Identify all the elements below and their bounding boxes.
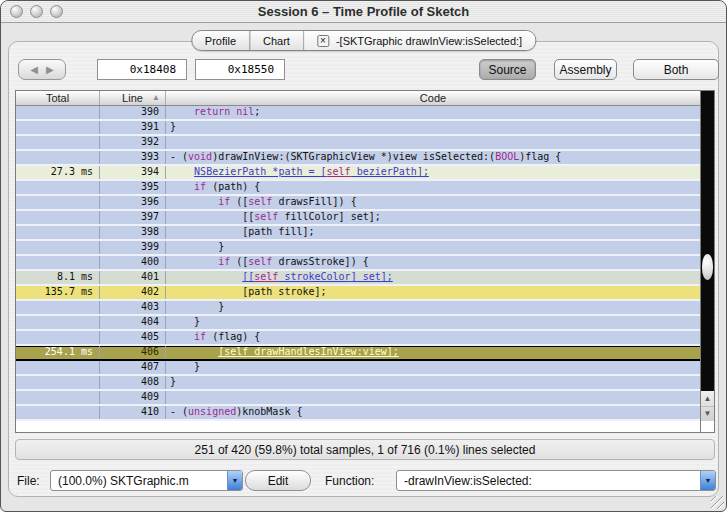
table-row[interactable]: 399 }	[16, 241, 700, 256]
status-text: 251 of 420 (59.8%) total samples, 1 of 7…	[195, 443, 536, 457]
forward-arrow-icon[interactable]: ▶	[46, 64, 54, 75]
column-header-line[interactable]: Line ▲	[100, 91, 166, 105]
table-row[interactable]: 393- (void)drawInView:(SKTGraphicView *)…	[16, 151, 700, 166]
function-popup-value: -drawInView:isSelected:	[397, 471, 700, 490]
cell-line: 391	[100, 121, 166, 134]
cell-line: 404	[100, 316, 166, 329]
table-row[interactable]: 403 }	[16, 301, 700, 316]
button-label: Edit	[268, 474, 289, 488]
cell-total	[16, 196, 100, 209]
table-row[interactable]: 392	[16, 136, 700, 151]
scrollbar-thumb[interactable]	[702, 254, 713, 280]
table-row[interactable]: 404 }	[16, 316, 700, 331]
button-label: Both	[664, 63, 689, 77]
cell-line: 403	[100, 301, 166, 314]
assembly-view-button[interactable]: Assembly	[554, 59, 617, 80]
cell-line: 402	[100, 286, 166, 299]
dropdown-arrow-icon[interactable]: ▼	[227, 471, 242, 490]
cell-line: 405	[100, 331, 166, 344]
table-row[interactable]: 408}	[16, 376, 700, 391]
tab-label: -[SKTGraphic drawInView:isSelected:]	[336, 35, 522, 47]
scrollbar-filler	[701, 421, 714, 432]
table-row[interactable]: 410- (unsigned)knobMask {	[16, 406, 700, 421]
tab-profile[interactable]: Profile	[192, 31, 250, 50]
cell-line: 397	[100, 211, 166, 224]
tab-bar: Profile Chart × -[SKTGraphic drawInView:…	[191, 30, 536, 51]
cell-line: 394	[100, 166, 166, 179]
table-row[interactable]: 8.1 ms401 [[self strokeColor] set];	[16, 271, 700, 286]
scroll-up-button[interactable]: ▲	[701, 391, 714, 407]
table-row[interactable]: 135.7 ms402 [path stroke];	[16, 286, 700, 301]
dropdown-arrow-icon[interactable]: ▼	[700, 471, 715, 490]
function-label: Function:	[325, 474, 374, 488]
cell-code: [path stroke];	[166, 286, 700, 299]
cell-line: 408	[100, 376, 166, 389]
cell-total	[16, 391, 100, 404]
code-table-body: 390 return nil;391}392393- (void)drawInV…	[16, 106, 700, 421]
table-row[interactable]: 407 }	[16, 361, 700, 376]
edit-button[interactable]: Edit	[245, 470, 311, 491]
scrollbar-track[interactable]	[701, 91, 714, 391]
cell-code: [[self fillColor] set];	[166, 211, 700, 224]
cell-line: 401	[100, 271, 166, 284]
both-view-button[interactable]: Both	[633, 59, 719, 80]
cell-line: 396	[100, 196, 166, 209]
cell-code: [path fill];	[166, 226, 700, 239]
column-header-total[interactable]: Total	[16, 91, 100, 105]
tab-chart[interactable]: Chart	[250, 31, 304, 50]
table-row[interactable]: 405 if (flag) {	[16, 331, 700, 346]
table-row[interactable]: 390 return nil;	[16, 106, 700, 121]
table-row[interactable]: 398 [path fill];	[16, 226, 700, 241]
content-panel: ◀ ▶ Source Assembly Both Total Line ▲	[8, 41, 719, 497]
table-row[interactable]: 396 if ([self drawsFill]) {	[16, 196, 700, 211]
table-row[interactable]: 254.1 ms406 [self drawHandlesInView:view…	[16, 346, 700, 361]
title-bar: Session 6 – Time Profile of Sketch	[1, 1, 726, 23]
column-header-code[interactable]: Code	[166, 91, 700, 105]
address-end-field[interactable]	[195, 59, 285, 80]
window-title: Session 6 – Time Profile of Sketch	[1, 4, 726, 19]
address-start-field[interactable]	[97, 59, 187, 80]
cell-line: 398	[100, 226, 166, 239]
tab-label: Chart	[263, 35, 290, 47]
scroll-down-button[interactable]: ▼	[701, 407, 714, 422]
cell-code: }	[166, 376, 700, 389]
resize-grip-icon[interactable]	[711, 496, 724, 509]
file-popup[interactable]: (100.0%) SKTGraphic.m ▼	[50, 470, 243, 491]
cell-total: 135.7 ms	[16, 286, 100, 299]
tab-symbol[interactable]: × -[SKTGraphic drawInView:isSelected:]	[304, 31, 535, 50]
cell-total	[16, 226, 100, 239]
cell-code: NSBezierPath *path = [self bezierPath];	[166, 166, 700, 179]
code-table: Total Line ▲ Code 390 return nil;391}392…	[15, 90, 715, 433]
history-nav-buttons[interactable]: ◀ ▶	[18, 59, 66, 80]
cell-line: 393	[100, 151, 166, 164]
cell-total	[16, 121, 100, 134]
table-row[interactable]: 409	[16, 391, 700, 406]
table-row[interactable]: 27.3 ms394 NSBezierPath *path = [self be…	[16, 166, 700, 181]
cell-code: if ([self drawsStroke]) {	[166, 256, 700, 269]
cell-line: 406	[100, 346, 166, 359]
cell-total	[16, 136, 100, 149]
back-arrow-icon[interactable]: ◀	[30, 64, 38, 75]
cell-line: 390	[100, 106, 166, 119]
button-label: Assembly	[559, 63, 611, 77]
function-popup[interactable]: -drawInView:isSelected: ▼	[396, 470, 716, 491]
table-row[interactable]: 395 if (path) {	[16, 181, 700, 196]
cell-total	[16, 301, 100, 314]
cell-total	[16, 241, 100, 254]
column-label: Line	[122, 92, 143, 104]
table-row[interactable]: 397 [[self fillColor] set];	[16, 211, 700, 226]
cell-total	[16, 406, 100, 419]
cell-line: 400	[100, 256, 166, 269]
close-tab-icon[interactable]: ×	[317, 35, 329, 47]
cell-line: 409	[100, 391, 166, 404]
cell-code: if (flag) {	[166, 331, 700, 344]
cell-total	[16, 331, 100, 344]
source-view-button[interactable]: Source	[479, 59, 536, 80]
cell-code: return nil;	[166, 106, 700, 119]
table-row[interactable]: 391}	[16, 121, 700, 136]
scrollbar-arrows: ▲ ▼	[701, 391, 714, 421]
cell-code	[166, 391, 700, 404]
button-label: Source	[488, 63, 526, 77]
table-row[interactable]: 400 if ([self drawsStroke]) {	[16, 256, 700, 271]
cell-code: }	[166, 361, 700, 374]
